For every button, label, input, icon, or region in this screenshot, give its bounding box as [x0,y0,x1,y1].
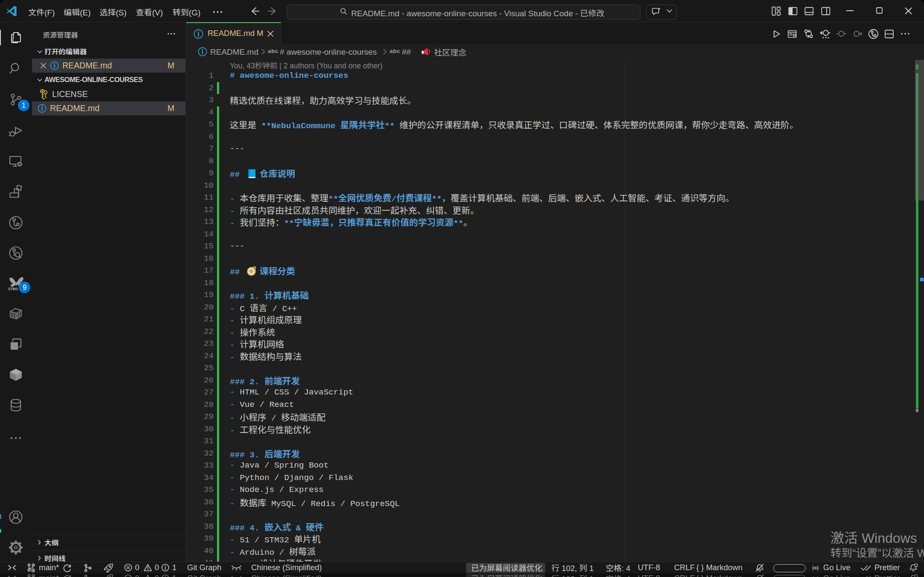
svg-text:STM3: STM3 [8,287,18,291]
